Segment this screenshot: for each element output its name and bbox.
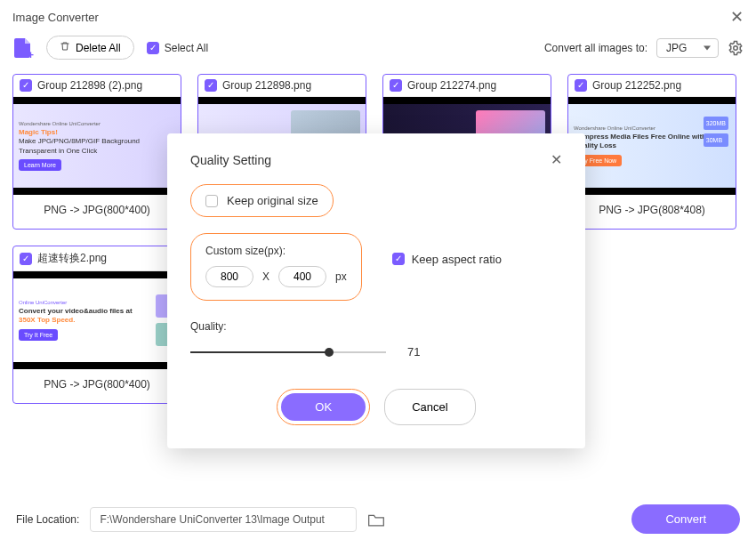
checkbox-icon bbox=[205, 195, 218, 207]
card-checkbox[interactable] bbox=[20, 253, 32, 265]
image-card[interactable]: 超速转换2.png Online UniConverterConvert you… bbox=[12, 246, 181, 404]
close-icon[interactable]: ✕ bbox=[730, 7, 744, 27]
card-checkbox[interactable] bbox=[20, 79, 32, 92]
card-filename: Group 212274.png bbox=[407, 79, 496, 92]
dialog-close-icon[interactable]: ✕ bbox=[551, 151, 562, 168]
dialog-title: Quality Setting bbox=[190, 153, 271, 167]
svg-text:+: + bbox=[28, 49, 34, 60]
format-select[interactable]: JPG bbox=[656, 38, 719, 58]
card-conversion: PNG -> JPG(800*400) bbox=[13, 195, 181, 229]
quality-label: Quality: bbox=[190, 320, 562, 333]
card-conversion: PNG -> JPG(800*400) bbox=[13, 369, 181, 403]
checkbox-icon bbox=[392, 253, 405, 265]
image-card[interactable]: Group 212252.png Wondershare Online UniC… bbox=[567, 74, 736, 230]
keep-aspect-ratio-checkbox[interactable]: Keep aspect ratio bbox=[392, 253, 502, 266]
card-filename: Group 212898 (2).png bbox=[37, 79, 142, 92]
card-filename: 超速转换2.png bbox=[37, 251, 107, 266]
quality-value: 71 bbox=[407, 345, 420, 359]
card-conversion: PNG -> JPG(808*408) bbox=[568, 195, 736, 229]
delete-all-label: Delete All bbox=[76, 42, 121, 54]
trash-icon bbox=[60, 41, 70, 54]
keep-original-label: Keep original size bbox=[227, 194, 318, 207]
gear-icon[interactable] bbox=[728, 40, 744, 56]
file-location-input[interactable] bbox=[90, 507, 357, 532]
px-unit: px bbox=[335, 270, 347, 283]
cancel-button[interactable]: Cancel bbox=[384, 389, 475, 425]
card-filename: Group 212252.png bbox=[592, 79, 681, 92]
card-checkbox[interactable] bbox=[575, 79, 587, 92]
convert-to-label: Convert all images to: bbox=[544, 42, 647, 54]
delete-all-button[interactable]: Delete All bbox=[46, 36, 134, 60]
window-title: Image Converter bbox=[12, 11, 99, 24]
width-input[interactable] bbox=[205, 266, 253, 287]
image-card[interactable]: Group 212898 (2).png Wondershare Online … bbox=[12, 74, 181, 230]
select-all-checkbox[interactable]: Select All bbox=[147, 42, 208, 54]
custom-size-label: Custom size(px): bbox=[205, 245, 347, 257]
quality-slider[interactable] bbox=[190, 351, 386, 353]
svg-point-1 bbox=[734, 45, 738, 50]
select-all-label: Select All bbox=[165, 42, 208, 54]
custom-size-group: Custom size(px): X px bbox=[190, 233, 362, 301]
x-separator: X bbox=[262, 270, 269, 283]
card-checkbox[interactable] bbox=[390, 79, 402, 92]
add-image-icon[interactable]: + bbox=[12, 36, 34, 60]
quality-setting-dialog: Quality Setting ✕ Keep original size Cus… bbox=[167, 133, 585, 448]
checkbox-icon bbox=[147, 42, 159, 54]
footer-bar: File Location: Convert bbox=[0, 494, 756, 548]
keep-original-size-option[interactable]: Keep original size bbox=[190, 184, 334, 217]
file-location-label: File Location: bbox=[16, 513, 79, 526]
card-checkbox[interactable] bbox=[205, 79, 217, 92]
convert-button[interactable]: Convert bbox=[631, 504, 740, 534]
height-input[interactable] bbox=[278, 266, 326, 287]
ok-button[interactable]: OK bbox=[281, 393, 366, 421]
folder-icon[interactable] bbox=[367, 512, 385, 527]
aspect-label: Keep aspect ratio bbox=[412, 253, 502, 266]
card-filename: Group 212898.png bbox=[222, 79, 311, 92]
